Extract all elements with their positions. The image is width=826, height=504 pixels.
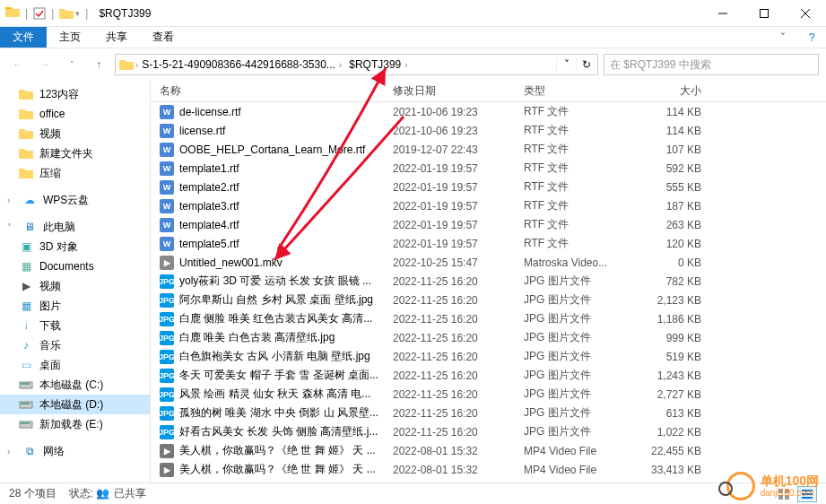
table-row[interactable]: WOOBE_HELP_Cortana_Learn_More.rtf2019-12… xyxy=(151,140,826,159)
table-row[interactable]: JPG阿尔卑斯山 自然 乡村 风景 桌面 壁纸.jpg2022-11-25 16… xyxy=(151,291,826,309)
dropdown-icon[interactable]: ▾ xyxy=(75,9,80,18)
file-icon: W xyxy=(160,124,174,138)
back-button[interactable]: ← xyxy=(7,54,29,75)
file-type: MP4 Video File xyxy=(515,464,630,476)
file-date: 2021-10-06 19:23 xyxy=(384,106,515,118)
address-dropdown-icon[interactable]: ˅ xyxy=(556,58,576,71)
sidebar-item[interactable]: 本地磁盘 (C:) xyxy=(0,375,150,395)
close-button[interactable] xyxy=(785,0,826,27)
file-date: 2022-08-01 15:32 xyxy=(384,464,515,476)
file-size: 613 KB xyxy=(630,407,710,420)
file-date: 2022-08-01 15:32 xyxy=(384,445,515,457)
sidebar-item[interactable]: ▦图片 xyxy=(0,296,150,316)
col-date[interactable]: 修改日期 xyxy=(384,83,515,99)
sidebar-item[interactable]: ˅🖥此电脑 xyxy=(0,217,150,237)
address-bar[interactable]: › S-1-5-21-490908366-442916688-3530...› … xyxy=(115,54,598,75)
sidebar-item[interactable]: ›☁WPS云盘 xyxy=(0,190,150,210)
file-type: RTF 文件 xyxy=(515,236,630,251)
file-date: 2022-11-25 16:20 xyxy=(384,275,515,288)
tree-label: 本地磁盘 (C:) xyxy=(39,378,103,393)
table-row[interactable]: Wtemplate2.rtf2022-01-19 19:57RTF 文件555 … xyxy=(151,178,826,196)
titlebar: | | ▾ | $RQTJ399 xyxy=(0,0,826,27)
up-button[interactable]: ↑ xyxy=(88,54,109,75)
col-type[interactable]: 类型 xyxy=(515,83,630,99)
file-icon: JPG xyxy=(160,312,174,326)
tab-share[interactable]: 共享 xyxy=(93,27,140,48)
sidebar-item[interactable]: ▣3D 对象 xyxy=(0,237,150,256)
table-row[interactable]: Wlicense.rtf2021-10-06 19:23RTF 文件114 KB xyxy=(151,121,826,140)
sidebar-item[interactable]: ↓下载 xyxy=(0,316,150,335)
file-date: 2022-11-25 16:20 xyxy=(384,388,515,401)
sidebar-item[interactable]: ▦Documents xyxy=(0,256,150,276)
file-type: JPG 图片文件 xyxy=(515,311,630,326)
checkbox-icon[interactable] xyxy=(33,7,46,20)
sidebar-item[interactable]: 视频 xyxy=(0,124,150,143)
file-icon: JPG xyxy=(160,293,174,308)
table-row[interactable]: Wtemplate5.rtf2022-01-19 19:57RTF 文件120 … xyxy=(151,234,826,253)
minimize-button[interactable] xyxy=(702,0,743,27)
file-type: JPG 图片文件 xyxy=(515,424,630,439)
sidebar-item[interactable]: ›⧉网络 xyxy=(0,441,150,461)
forward-button[interactable]: → xyxy=(34,54,56,75)
sidebar-item[interactable]: 新加载卷 (E:) xyxy=(0,414,150,434)
help-icon[interactable]: ? xyxy=(797,27,826,48)
tree-icon xyxy=(18,147,34,160)
table-row[interactable]: ▶Untitled_new001.mkv2022-10-25 15:47Matr… xyxy=(151,253,826,272)
status-state: 状态: 👥 已共享 xyxy=(69,486,146,501)
tree-label: 3D 对象 xyxy=(39,239,78,255)
tab-home[interactable]: 主页 xyxy=(47,27,93,48)
file-name: 孤独的树 唯美 湖水 中央 倒影 山 风景壁... xyxy=(179,405,378,421)
table-row[interactable]: JPGyoly莜莉 3D 可爱 运动 长发 女孩 眼镜 ...2022-11-2… xyxy=(151,272,826,291)
table-row[interactable]: ▶美人棋，你敢赢吗？《绝 世 舞 姬》 天 ...2022-08-01 15:3… xyxy=(151,460,826,479)
file-icon: W xyxy=(160,199,174,213)
table-row[interactable]: JPG孤独的树 唯美 湖水 中央 倒影 山 风景壁...2022-11-25 1… xyxy=(151,404,826,422)
table-row[interactable]: Wtemplate3.rtf2022-01-19 19:57RTF 文件187 … xyxy=(151,196,826,215)
tab-file[interactable]: 文件 xyxy=(0,27,47,48)
file-date: 2022-11-25 16:20 xyxy=(384,332,515,344)
file-type: RTF 文件 xyxy=(515,198,630,213)
svg-rect-7 xyxy=(21,422,30,424)
sidebar-item[interactable]: ▭桌面 xyxy=(0,355,150,375)
file-name: 美人棋，你敢赢吗？《绝 世 舞 姬》 天 ... xyxy=(179,443,376,458)
file-type: MP4 Video File xyxy=(515,445,630,457)
table-row[interactable]: Wtemplate4.rtf2022-01-19 19:57RTF 文件263 … xyxy=(151,215,826,234)
tree-label: Documents xyxy=(39,260,94,273)
table-row[interactable]: JPG白色旗袍美女 古风 小清新 电脑 壁纸.jpg2022-11-25 16:… xyxy=(151,347,826,366)
col-size[interactable]: 大小 xyxy=(630,83,710,99)
col-name[interactable]: 名称 xyxy=(151,83,384,99)
sidebar-item[interactable]: 本地磁盘 (D:) xyxy=(0,395,150,414)
file-name: 阿尔卑斯山 自然 乡村 风景 桌面 壁纸.jpg xyxy=(179,292,373,308)
file-icon: W xyxy=(160,143,174,157)
recent-dropdown[interactable]: ˅ xyxy=(61,54,83,75)
breadcrumb-segment[interactable]: S-1-5-21-490908366-442916688-3530...› xyxy=(138,55,345,74)
table-row[interactable]: JPG风景 绘画 精灵 仙女 秋天 森林 高清 电...2022-11-25 1… xyxy=(151,385,826,404)
tab-view[interactable]: 查看 xyxy=(140,27,187,48)
sidebar-item[interactable]: office xyxy=(0,104,150,124)
file-size: 592 KB xyxy=(630,162,710,175)
table-row[interactable]: ▶美人棋，你敢赢吗？《绝 世 舞 姬》 天 ...2022-08-01 15:3… xyxy=(151,441,826,460)
tree-label: 网络 xyxy=(43,444,65,459)
file-size: 519 KB xyxy=(630,351,710,363)
table-row[interactable]: JPG好看古风美女 长发 头饰 侧脸 高清壁纸.j...2022-11-25 1… xyxy=(151,422,826,441)
table-row[interactable]: JPG白鹿 侧脸 唯美 红色古装古风美女 高清...2022-11-25 16:… xyxy=(151,309,826,328)
sidebar-item[interactable]: 123内容 xyxy=(0,84,150,104)
table-row[interactable]: JPG冬天 可爱美女 帽子 手套 雪 圣诞树 桌面...2022-11-25 1… xyxy=(151,366,826,385)
table-row[interactable]: Wtemplate1.rtf2022-01-19 19:57RTF 文件592 … xyxy=(151,159,826,178)
file-size: 22,455 KB xyxy=(630,445,710,457)
file-date: 2021-10-06 19:23 xyxy=(384,125,515,137)
tree-label: 此电脑 xyxy=(43,220,75,235)
table-row[interactable]: Wde-license.rtf2021-10-06 19:23RTF 文件114… xyxy=(151,102,826,121)
ribbon-expand-icon[interactable]: ˅ xyxy=(769,27,797,48)
sidebar-item[interactable]: ▶视频 xyxy=(0,276,150,296)
search-input[interactable]: 在 $RQTJ399 中搜索 xyxy=(604,54,819,75)
sidebar-item[interactable]: ♪音乐 xyxy=(0,335,150,355)
sidebar-item[interactable]: 压缩 xyxy=(0,163,150,183)
file-type: RTF 文件 xyxy=(515,179,630,195)
file-name: 白色旗袍美女 古风 小清新 电脑 壁纸.jpg xyxy=(179,349,370,364)
maximize-button[interactable] xyxy=(743,0,785,27)
title-divider: | xyxy=(85,7,88,20)
table-row[interactable]: JPG白鹿 唯美 白色古装 高清壁纸.jpg2022-11-25 16:20JP… xyxy=(151,328,826,347)
breadcrumb-segment[interactable]: $RQTJ399› xyxy=(345,55,411,74)
sidebar-item[interactable]: 新建文件夹 xyxy=(0,143,150,163)
refresh-button[interactable]: ↻ xyxy=(576,58,596,71)
